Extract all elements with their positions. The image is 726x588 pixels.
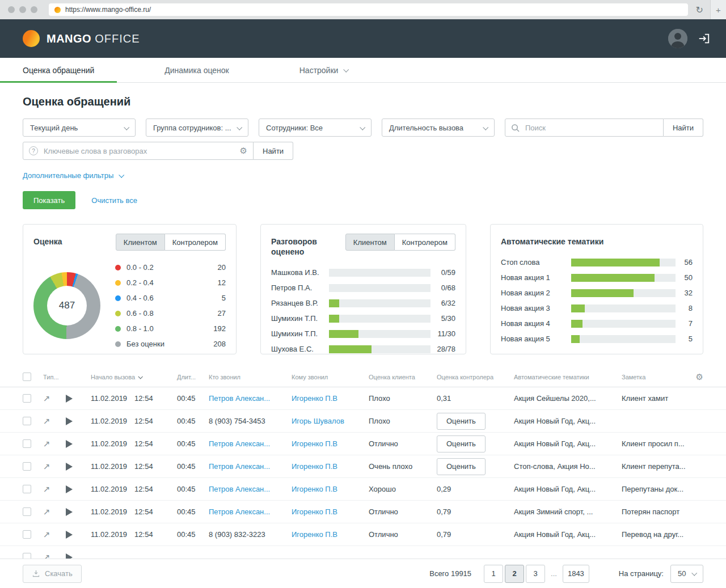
tab-score-dynamics[interactable]: Динамика оценок: [142, 58, 251, 82]
page-button-current[interactable]: 2: [505, 565, 524, 583]
url-bar[interactable]: https://www.mango-office.ru/: [49, 3, 688, 16]
cell-note: Перевод на друг...: [622, 530, 703, 539]
tab-settings[interactable]: Настройки: [277, 58, 371, 82]
cell-callee-link[interactable]: Игоренко П.В: [292, 394, 369, 403]
cell-start-time: 11.02.201912:54: [91, 417, 177, 425]
outgoing-call-icon: ↗: [43, 462, 66, 472]
bar-row: Стоп слова 56: [501, 255, 693, 270]
legend-value: 27: [218, 309, 226, 318]
cell-callee-link[interactable]: Игоренко П.В: [292, 530, 369, 539]
outgoing-call-icon: ↗: [43, 439, 66, 449]
gear-icon[interactable]: ⚙: [240, 146, 247, 156]
app-header: MANGO OFFICE: [0, 19, 726, 58]
play-icon[interactable]: [66, 440, 91, 448]
play-icon[interactable]: [66, 463, 91, 471]
table-settings-gear-icon[interactable]: ⚙: [696, 372, 703, 382]
rate-button[interactable]: Оценить: [437, 413, 486, 430]
cell-controller-score: Оценить: [437, 435, 514, 452]
row-checkbox[interactable]: [23, 462, 31, 471]
cell-duration: 00:45: [177, 394, 209, 403]
summary-cards: Оценка Клиентом Контролером 487 0.0 - 0.…: [23, 224, 703, 354]
bar-value: 5: [676, 335, 693, 343]
per-page-label: На страницу:: [619, 569, 664, 578]
cell-callee-link[interactable]: Игоренко П.В: [292, 507, 369, 516]
progress-bar-fill: [329, 315, 339, 323]
show-button[interactable]: Показать: [23, 191, 75, 209]
play-icon[interactable]: [66, 485, 91, 493]
legend-value: 12: [218, 278, 226, 287]
select-all-checkbox[interactable]: [23, 373, 31, 381]
last-page-button[interactable]: 1843: [563, 565, 589, 583]
cell-caller-link[interactable]: Петров Алексан...: [209, 439, 292, 448]
progress-bar-fill: [329, 299, 339, 307]
score-toggle-controller[interactable]: Контролером: [165, 234, 226, 251]
table-row: ↗ 11.02.201912:54 00:45 Петров Алексан..…: [0, 478, 726, 501]
cell-callee-link[interactable]: Игоренко П.В: [292, 462, 369, 471]
outgoing-call-icon: ↗: [43, 394, 66, 404]
user-avatar[interactable]: [668, 29, 687, 48]
employees-select[interactable]: Сотрудники: Все: [259, 119, 372, 137]
row-checkbox[interactable]: [23, 530, 31, 539]
bar-label: Машкова И.В.: [271, 268, 329, 277]
header-start-time[interactable]: Начало вызова: [91, 374, 177, 380]
table-body: ↗ 11.02.201912:54 00:45 Петров Алексан..…: [0, 387, 726, 546]
header-client-score: Оценка клиента: [369, 374, 437, 380]
window-control-dot[interactable]: [31, 6, 37, 13]
cell-callee-link[interactable]: Игоренко П.В: [292, 439, 369, 448]
period-select[interactable]: Текущий день: [23, 119, 136, 137]
header-duration: Длит...: [177, 374, 209, 380]
window-control-dot[interactable]: [8, 6, 15, 13]
refresh-icon[interactable]: ↻: [696, 5, 703, 15]
rated-toggle-controller[interactable]: Контролером: [395, 234, 455, 251]
progress-bar-fill: [571, 320, 583, 328]
row-checkbox[interactable]: [23, 439, 31, 448]
per-page-select[interactable]: 50: [670, 565, 703, 583]
bar-label: Шумихин Т.П.: [271, 329, 329, 338]
play-icon[interactable]: [66, 417, 91, 425]
clear-all-link[interactable]: Очистить все: [91, 196, 137, 205]
rate-button[interactable]: Оценить: [437, 435, 486, 452]
page-button[interactable]: 1: [484, 565, 503, 583]
progress-bar: [571, 289, 676, 297]
bar-label: Стоп слова: [501, 258, 571, 266]
cell-caller-link[interactable]: Петров Алексан...: [209, 507, 292, 516]
row-checkbox[interactable]: [23, 507, 31, 516]
keywords-find-button[interactable]: Найти: [254, 142, 293, 160]
cell-caller-link[interactable]: Петров Алексан...: [209, 462, 292, 471]
cell-duration: 00:45: [177, 507, 209, 516]
call-duration-select[interactable]: Длительность вызова: [382, 119, 495, 137]
cell-caller-link[interactable]: Петров Алексан...: [209, 394, 292, 403]
table-row: ↗ 11.02.201912:54 00:45 8 (903) 832-3223…: [0, 523, 726, 546]
play-icon[interactable]: [66, 531, 91, 539]
progress-bar-fill: [571, 274, 655, 282]
new-tab-button[interactable]: +: [710, 0, 726, 19]
cell-callee-link[interactable]: Игорь Шувалов: [292, 417, 369, 425]
table-row: ↗ 11.02.201912:54 00:45 Петров Алексан..…: [0, 455, 726, 478]
search-find-button[interactable]: Найти: [664, 119, 703, 137]
rated-toggle-client[interactable]: Клиентом: [345, 234, 395, 251]
filters-row-2: ? ⚙ Найти: [23, 142, 703, 160]
play-icon[interactable]: [66, 395, 91, 403]
bar-value: 7: [676, 319, 693, 328]
cell-controller-score: Оценить: [437, 413, 514, 430]
more-filters-link[interactable]: Дополнительные фильтры: [23, 171, 123, 180]
score-toggle-client[interactable]: Клиентом: [116, 234, 165, 251]
employee-group-select[interactable]: Группа сотрудников: ...: [146, 119, 248, 137]
rate-button[interactable]: Оценить: [437, 458, 486, 475]
play-icon[interactable]: [66, 508, 91, 516]
filters-row-1: Текущий день Группа сотрудников: ... Сот…: [23, 119, 703, 137]
download-button[interactable]: Скачать: [23, 565, 82, 583]
search-input[interactable]: [524, 123, 657, 133]
cell-callee-link[interactable]: Игоренко П.В: [292, 485, 369, 493]
tab-request-evaluation[interactable]: Оценка обращений: [0, 58, 117, 82]
download-icon: [32, 569, 40, 578]
logout-icon[interactable]: [698, 32, 710, 45]
cell-note: Клиент хамит: [622, 394, 703, 403]
page-button[interactable]: 3: [526, 565, 545, 583]
row-checkbox[interactable]: [23, 394, 31, 403]
row-checkbox[interactable]: [23, 485, 31, 493]
window-control-dot[interactable]: [19, 6, 26, 13]
row-checkbox[interactable]: [23, 417, 31, 425]
keywords-input[interactable]: [43, 146, 240, 156]
cell-caller-link[interactable]: Петров Алексан...: [209, 485, 292, 493]
